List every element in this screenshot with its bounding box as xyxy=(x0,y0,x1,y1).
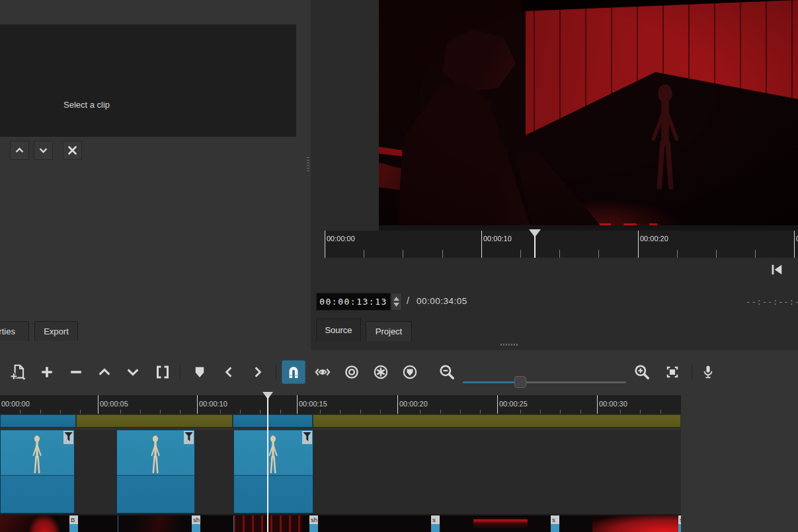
skip-to-start-button[interactable] xyxy=(766,259,787,280)
overwrite-button[interactable] xyxy=(121,360,145,384)
clip-thumbnail xyxy=(592,515,681,532)
scrub-ruler-minor-tick xyxy=(716,250,717,258)
timeline-ruler[interactable]: 00:00:0000:00:0500:00:1000:00:1500:00:20… xyxy=(0,395,681,414)
scrub-ruler-tick xyxy=(325,231,325,258)
timecode-spinner[interactable] xyxy=(391,293,402,311)
scrub-while-dragging-button[interactable] xyxy=(311,360,335,384)
timeline-playhead-line xyxy=(267,397,268,532)
tab-source[interactable]: Source xyxy=(316,319,361,341)
timeline-ruler-tick xyxy=(98,395,99,414)
split-icon xyxy=(155,364,171,380)
timeline-zoom-slider-handle[interactable] xyxy=(514,376,526,388)
timeline-toolbar xyxy=(0,356,798,393)
ripple-icon xyxy=(344,364,360,380)
zoom-timeline-fit-icon xyxy=(665,365,680,379)
scrub-ruler-minor-tick xyxy=(755,250,756,258)
video-track-1 xyxy=(0,430,681,514)
timeline-options-icon xyxy=(10,363,27,381)
skip-to-start-icon xyxy=(769,262,783,277)
timeline-clip-image[interactable] xyxy=(313,414,681,428)
zoom-timeline-in-button[interactable] xyxy=(630,360,654,384)
zoom-timeline-out-icon xyxy=(438,363,456,381)
timeline-ruler-tick xyxy=(397,395,398,414)
timeline-ruler-label: 00:00:05 xyxy=(100,400,128,408)
filters-placeholder-text: Select a clip xyxy=(63,100,110,110)
timeline-ruler-tick xyxy=(197,395,198,414)
ripple-markers-button[interactable] xyxy=(398,360,422,384)
shotcut-window: Select a clip xyxy=(0,0,798,532)
previous-marker-icon xyxy=(222,365,235,379)
zoom-timeline-fit-button[interactable] xyxy=(660,360,684,384)
selected-duration: --:--:--:-- xyxy=(746,297,798,307)
player-playhead-line xyxy=(534,236,536,258)
tab-project[interactable]: Project xyxy=(366,321,412,341)
close-x-icon xyxy=(67,145,78,156)
timeline-ruler-label: 00:00:15 xyxy=(299,400,327,408)
clip-name-label: s xyxy=(431,515,440,524)
timeline-clip-video[interactable] xyxy=(233,430,313,513)
scene-vignette xyxy=(379,0,798,225)
snap-icon xyxy=(286,364,301,380)
lift-icon xyxy=(97,365,112,379)
video-track-bottom: Bshshsss xyxy=(0,515,681,532)
overwrite-icon xyxy=(126,365,140,379)
previous-marker-button[interactable] xyxy=(217,360,241,384)
move-filter-up-button[interactable] xyxy=(10,141,29,160)
next-marker-button[interactable] xyxy=(246,360,270,384)
clip-color-tab xyxy=(551,524,559,532)
ripple-all-tracks-icon xyxy=(373,364,389,380)
snap-button[interactable] xyxy=(282,360,305,384)
player-scrub-ruler[interactable]: 00:00:0000:00:1000:00:200 xyxy=(324,231,798,258)
record-audio-button[interactable] xyxy=(696,360,720,384)
clip-thumbnail xyxy=(29,515,60,532)
rewind-button[interactable] xyxy=(795,259,798,280)
scrub-ruler-minor-tick xyxy=(677,250,678,258)
marker-button[interactable] xyxy=(188,360,212,384)
split-button[interactable] xyxy=(151,360,175,384)
scrub-ruler-tick xyxy=(481,231,482,258)
clip-filter-indicator xyxy=(184,431,194,444)
clip-filter-indicator xyxy=(302,431,312,444)
timeline-clip-video[interactable] xyxy=(0,430,75,513)
clip-thumbnail-figure xyxy=(147,435,163,476)
record-audio-icon xyxy=(701,364,715,380)
funnel-icon xyxy=(63,431,73,444)
duration-separator: / xyxy=(407,295,409,306)
timeline-clip-image[interactable] xyxy=(76,414,233,428)
timeline-ruler-label: 00:00:00 xyxy=(1,400,30,408)
clip-thumbnail xyxy=(130,515,189,532)
funnel-icon xyxy=(184,431,194,444)
clip-boundary xyxy=(118,515,118,532)
ripple-delete-icon xyxy=(69,365,83,379)
timeline-clip-video[interactable] xyxy=(233,414,313,428)
clip-name-label: B xyxy=(69,515,78,524)
lift-button[interactable] xyxy=(93,360,116,384)
timeline-options-button[interactable] xyxy=(7,360,30,384)
deselect-filter-button[interactable] xyxy=(63,141,82,160)
spin-up-icon[interactable] xyxy=(393,297,399,301)
horizontal-splitter-handle[interactable] xyxy=(500,344,518,346)
append-button[interactable] xyxy=(35,360,59,384)
spin-down-icon[interactable] xyxy=(393,303,399,307)
timeline-ruler-tick xyxy=(597,395,598,414)
vertical-splitter-handle[interactable] xyxy=(307,157,309,173)
ripple-button[interactable] xyxy=(340,360,364,384)
timeline-clip-video[interactable] xyxy=(0,414,76,428)
scrub-ruler-label: 00:00:20 xyxy=(640,235,668,243)
tab-export[interactable]: Export xyxy=(34,321,78,341)
timeline-clip-video[interactable] xyxy=(116,430,195,513)
ripple-all-tracks-button[interactable] xyxy=(369,360,393,384)
ripple-delete-button[interactable] xyxy=(64,360,88,384)
clip-filter-indicator xyxy=(63,431,73,444)
scrub-ruler-minor-tick xyxy=(403,250,403,258)
clip-color-tab xyxy=(69,524,78,532)
timeline-zoom-slider-fill xyxy=(463,381,520,383)
video-letterbox-bar xyxy=(379,225,798,231)
tab-properties[interactable]: erties xyxy=(0,321,29,341)
position-timecode-field[interactable]: 00:00:13:13 xyxy=(316,293,391,311)
scrub-ruler-minor-tick xyxy=(559,250,560,258)
transport-controls xyxy=(311,259,798,283)
move-filter-down-button[interactable] xyxy=(34,141,53,160)
zoom-timeline-out-button[interactable] xyxy=(435,360,459,384)
marker-icon xyxy=(193,365,206,379)
